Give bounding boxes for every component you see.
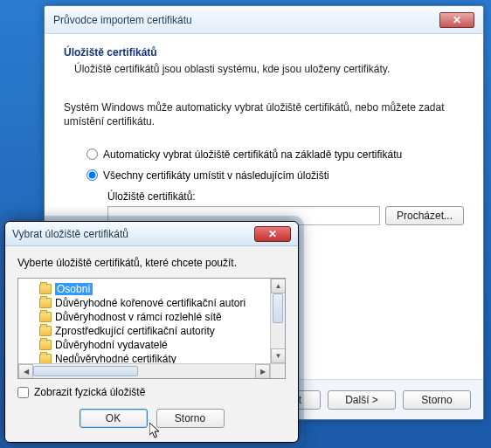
section-title: Úložiště certifikátů (64, 46, 464, 59)
dialog-cancel-button[interactable]: Storno (156, 409, 225, 428)
radio-auto-store[interactable]: Automaticky vybrat úložiště certifikátů … (86, 148, 464, 161)
dialog-title: Vybrat úložiště certifikátů (12, 228, 128, 240)
folder-icon (39, 298, 52, 308)
show-physical-label: Zobrazit fyzická úložiště (34, 386, 145, 398)
store-field-label: Úložiště certifikátů: (107, 190, 464, 203)
close-icon: ✕ (268, 228, 277, 240)
browse-button[interactable]: Procházet... (385, 206, 464, 225)
folder-icon (39, 312, 52, 322)
radio-auto-store-label: Automaticky vybrat úložiště certifikátů … (103, 148, 402, 161)
radio-auto-store-input[interactable] (86, 148, 98, 160)
vertical-scrollbar[interactable]: ▲ ▼ (270, 279, 285, 363)
wizard-instruction: Systém Windows může automaticky vybrat ú… (64, 100, 464, 128)
vertical-scroll-track[interactable] (271, 293, 285, 348)
folder-icon (39, 284, 52, 294)
dialog-body: Vyberte úložiště certifikátů, které chce… (5, 246, 298, 398)
store-tree: Osobní Důvěryhodné kořenové certifikační… (17, 278, 286, 379)
wizard-title: Průvodce importem certifikátu (53, 14, 192, 26)
tree-item-personal[interactable]: Osobní (20, 282, 268, 296)
radio-manual-store-input[interactable] (86, 169, 98, 181)
scroll-down-button[interactable]: ▼ (271, 348, 286, 363)
dialog-titlebar: Vybrat úložiště certifikátů ✕ (5, 222, 298, 246)
horizontal-scroll-track[interactable] (33, 364, 255, 378)
store-field: Úložiště certifikátů: Procházet... (107, 190, 464, 225)
folder-icon (39, 326, 52, 336)
dialog-instruction: Vyberte úložiště certifikátů, které chce… (17, 257, 286, 269)
scrollbar-corner (270, 363, 285, 378)
show-physical-checkbox-input[interactable] (17, 387, 29, 398)
tree-item-intermediate-ca[interactable]: Zprostředkující certifikační autority (20, 324, 268, 338)
next-button[interactable]: Další > (328, 390, 396, 410)
wizard-titlebar: Průvodce importem certifikátu ✕ (45, 6, 483, 34)
dialog-close-button[interactable]: ✕ (254, 226, 291, 242)
close-icon: ✕ (453, 14, 461, 26)
dialog-footer: OK Storno (5, 398, 298, 438)
scroll-up-button[interactable]: ▲ (271, 279, 286, 293)
show-physical-checkbox[interactable]: Zobrazit fyzická úložiště (17, 386, 286, 398)
wizard-close-button[interactable]: ✕ (439, 12, 474, 28)
wizard-cancel-button[interactable]: Storno (403, 390, 471, 410)
tree-item-untrusted[interactable]: Nedůvěryhodné certifikáty (20, 352, 268, 363)
scroll-left-button[interactable]: ◀ (18, 364, 33, 379)
horizontal-scroll-thumb[interactable] (33, 366, 138, 376)
vertical-scroll-thumb[interactable] (273, 293, 283, 323)
radio-manual-store-label: Všechny certifikáty umístit v následujíc… (103, 169, 329, 182)
select-store-dialog: Vybrat úložiště certifikátů ✕ Vyberte úl… (4, 221, 299, 443)
folder-icon (39, 354, 52, 363)
scroll-right-button[interactable]: ▶ (255, 364, 270, 379)
store-tree-viewport[interactable]: Osobní Důvěryhodné kořenové certifikační… (18, 279, 270, 363)
ok-button[interactable]: OK (80, 409, 148, 428)
tree-item-trusted-publishers[interactable]: Důvěryhodní vydavatelé (20, 338, 268, 352)
tree-item-enterprise-trust[interactable]: Důvěryhodnost v rámci rozlehlé sítě (20, 310, 268, 324)
tree-item-trusted-root[interactable]: Důvěryhodné kořenové certifikační autori (20, 296, 268, 310)
folder-icon (39, 340, 52, 350)
horizontal-scrollbar[interactable]: ◀ ▶ (18, 363, 270, 378)
wizard-body: Úložiště certifikátů Úložiště certifikát… (45, 34, 483, 225)
radio-manual-store[interactable]: Všechny certifikáty umístit v následujíc… (86, 169, 464, 182)
section-subtitle: Úložiště certifikátů jsou oblasti systém… (74, 62, 464, 76)
